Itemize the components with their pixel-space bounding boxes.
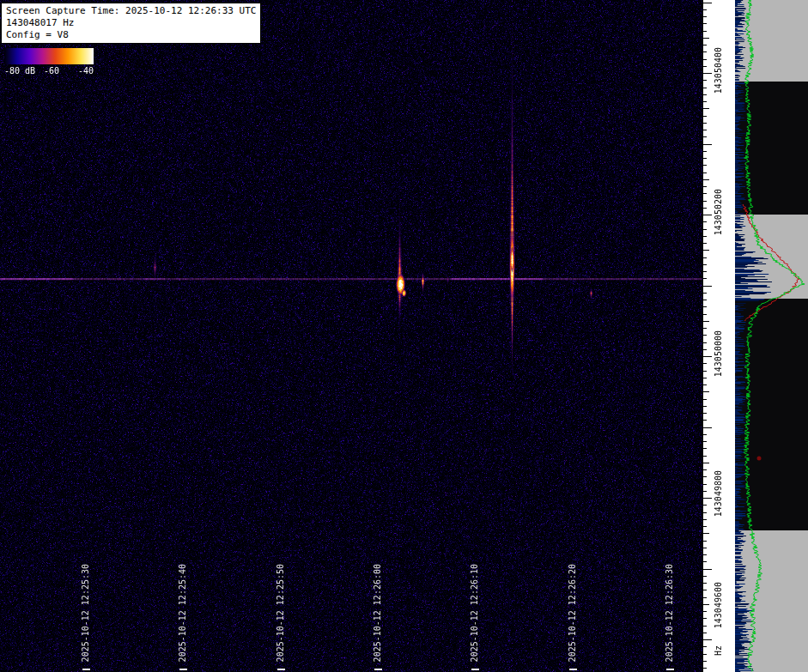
time-axis-tick <box>82 669 90 670</box>
color-scale-max-label: -40 <box>78 66 94 76</box>
time-axis-label: 2025-10-12 12:26:10 <box>470 564 479 662</box>
time-axis-tick <box>569 669 577 670</box>
capture-time-text: Screen Capture Time: 2025-10-12 12:26:33… <box>6 5 256 17</box>
color-scale-min-label: -80 dB <box>4 66 35 76</box>
frequency-axis-unit: Hz <box>714 645 723 656</box>
time-axis-tick <box>471 669 479 670</box>
frequency-axis-label: 143049600 <box>714 582 723 628</box>
time-axis-tick <box>179 669 187 670</box>
time-axis: 2025-10-12 12:25:302025-10-12 12:25:4020… <box>0 0 702 672</box>
spectrum-canvas <box>735 0 808 672</box>
center-frequency-text: 143048017 Hz <box>6 17 256 29</box>
capture-info-box: Screen Capture Time: 2025-10-12 12:26:33… <box>1 3 261 44</box>
frequency-axis-label: 143050200 <box>714 189 723 235</box>
time-axis-tick <box>666 669 674 670</box>
color-scale-labels: -80 dB -60 -40 <box>4 66 94 76</box>
color-scale-bar <box>4 48 94 64</box>
time-axis-tick <box>277 669 285 670</box>
time-axis-label: 2025-10-12 12:26:30 <box>665 564 674 662</box>
color-scale: -80 dB -60 -40 <box>4 48 94 76</box>
frequency-axis-label: 143050400 <box>714 47 723 94</box>
time-axis-label: 2025-10-12 12:26:00 <box>373 564 382 662</box>
time-axis-tick <box>374 669 382 670</box>
time-axis-label: 2025-10-12 12:25:50 <box>276 564 285 662</box>
frequency-axis: 1430504001430502001430500001430498001430… <box>702 0 735 672</box>
frequency-axis-label: 143050000 <box>714 330 723 377</box>
time-axis-label: 2025-10-12 12:25:30 <box>81 564 90 662</box>
time-axis-label: 2025-10-12 12:25:40 <box>178 564 187 662</box>
frequency-axis-label: 143049800 <box>714 470 723 517</box>
spectrum-panel <box>735 0 808 672</box>
screen-capture: 2025-10-12 12:25:302025-10-12 12:25:4020… <box>0 0 808 672</box>
color-scale-mid-label: -60 <box>44 66 59 76</box>
config-text: Config = V8 <box>6 29 256 41</box>
time-axis-label: 2025-10-12 12:26:20 <box>568 564 577 662</box>
